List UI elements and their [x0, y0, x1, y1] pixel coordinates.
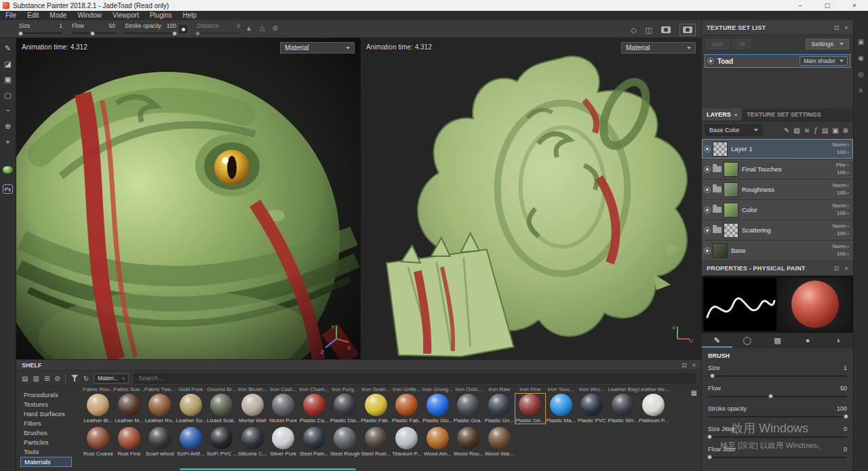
slider-handle[interactable]: [195, 31, 200, 36]
material-tile-wood-rou[interactable]: Wood Rou...: [453, 426, 484, 457]
minimize-button[interactable]: –: [787, 0, 814, 11]
menu-plugins[interactable]: Plugins: [144, 11, 178, 20]
shelf-category-textures[interactable]: Textures: [20, 400, 72, 409]
slider-track[interactable]: [708, 434, 847, 441]
solo-button[interactable]: Solo: [706, 39, 730, 49]
history-icon[interactable]: ≡: [859, 87, 863, 94]
clone-tool-icon[interactable]: ⊕: [2, 121, 14, 131]
undock-icon[interactable]: [682, 362, 687, 369]
material-tile-leather-ro[interactable]: Leather Ro...: [144, 393, 176, 424]
maximize-button[interactable]: ▢: [814, 0, 841, 11]
blend-mode-select[interactable]: Norm: [833, 223, 849, 230]
viewer-settings-icon[interactable]: ◎: [858, 70, 864, 78]
perspective-toggle-icon[interactable]: [631, 26, 636, 35]
blend-mode-select[interactable]: Norm: [833, 142, 849, 148]
refresh-icon[interactable]: [83, 375, 89, 382]
material-tile-scarf-whool[interactable]: Scarf whool: [144, 426, 176, 457]
material-tile-leather-so[interactable]: Leather So...: [176, 393, 207, 424]
slider-track[interactable]: [708, 414, 847, 420]
slider-handle[interactable]: [707, 455, 712, 459]
material-tile-plastic-fab[interactable]: Plastic Fab...: [361, 393, 392, 424]
menu-file[interactable]: File: [0, 11, 22, 20]
tab-layers[interactable]: LAYERS: [702, 108, 742, 121]
symmetry-off-icon[interactable]: [273, 24, 278, 32]
projection-tool-icon[interactable]: ▣: [2, 75, 14, 85]
display-settings-icon[interactable]: ▣: [858, 38, 864, 45]
menu-window[interactable]: Window: [72, 11, 107, 20]
material-tile-mortar-wall[interactable]: Mortar Wall: [237, 393, 269, 424]
visibility-toggle[interactable]: [704, 146, 711, 152]
material-tile-scifi-pvc[interactable]: SciFi PVC ...: [206, 426, 237, 457]
blend-mode-select[interactable]: Norm: [833, 182, 849, 189]
slider-handle[interactable]: [710, 373, 715, 378]
layer-row-layer-1[interactable]: Layer 1Norm100: [702, 139, 853, 159]
undock-icon[interactable]: [834, 265, 840, 272]
slider-handle[interactable]: [844, 414, 848, 419]
all-button[interactable]: All: [732, 39, 751, 49]
slider-track[interactable]: [708, 455, 847, 461]
shader-settings-icon[interactable]: ◉: [858, 54, 864, 62]
material-tile-nickel-pure[interactable]: Nickel Pure: [268, 393, 299, 424]
add-folder-icon[interactable]: ▣: [832, 127, 838, 134]
add-effect-icon[interactable]: ✎: [784, 127, 789, 134]
opacity-select[interactable]: 100: [837, 190, 849, 197]
viewport-3d[interactable]: Animation time: 4.312 Material Y X Z: [16, 38, 360, 359]
settings-button[interactable]: Settings: [806, 39, 849, 49]
opacity-select[interactable]: 100: [837, 230, 849, 237]
stencil-properties-icon[interactable]: ▩: [762, 333, 793, 348]
material-tile-plastic-gri[interactable]: Plastic Gri...: [515, 393, 546, 424]
material-tile-plastic-glo[interactable]: Plastic Glo...: [422, 393, 454, 424]
add-resources-icon[interactable]: ▥: [33, 375, 39, 382]
slider-handle[interactable]: [768, 394, 773, 398]
distance-control[interactable]: Distance 8: [197, 22, 240, 37]
slider-track[interactable]: [708, 394, 847, 400]
material-tile-platinum-p[interactable]: Platinum P...: [638, 393, 669, 424]
material-properties-icon[interactable]: ●: [793, 333, 823, 348]
add-fill-layer-icon[interactable]: ▤: [822, 127, 828, 134]
menu-edit[interactable]: Edit: [22, 11, 44, 20]
slider-handle[interactable]: [707, 434, 712, 439]
texture-set-radio[interactable]: [707, 58, 714, 64]
filter-tag[interactable]: Materi...: [94, 373, 129, 384]
material-tile-plastic-ca[interactable]: Plastic Ca...: [299, 393, 330, 424]
alpha-properties-icon[interactable]: ◯: [732, 333, 763, 348]
opacity-select[interactable]: 100: [837, 251, 849, 258]
remove-filter-icon[interactable]: [122, 375, 125, 382]
visibility-toggle[interactable]: [704, 166, 711, 173]
material-tile-scifi-artif[interactable]: SciFi Artif...: [176, 426, 207, 457]
symmetry-on-icon[interactable]: [245, 24, 252, 32]
material-tile-plastic-stri[interactable]: Plastic Stri...: [608, 393, 639, 424]
material-tile-wood-wal[interactable]: Wood Wal...: [484, 426, 515, 457]
blend-mode-select[interactable]: Norm: [833, 203, 849, 209]
add-mask-icon[interactable]: ▧: [793, 127, 800, 134]
layer-row-color[interactable]: ColorNorm100: [702, 200, 853, 220]
shelf-category-filters[interactable]: Filters: [20, 419, 72, 428]
material-tile-rust-coarse[interactable]: Rust Coarse: [83, 426, 114, 457]
brush-slider-stroke-opacity[interactable]: Stroke opacity100: [708, 405, 847, 420]
add-filter-icon[interactable]: ≋: [804, 127, 810, 134]
close-icon[interactable]: [692, 362, 696, 369]
material-tile-silicone-c[interactable]: Silicone C...: [237, 426, 269, 457]
blend-mode-select[interactable]: Pthr: [836, 162, 849, 169]
add-generator-icon[interactable]: ƒ: [814, 127, 818, 134]
material-tile-plastic-gri[interactable]: Plastic Gri...: [484, 393, 515, 424]
shading-mode-dropdown[interactable]: Material: [280, 42, 355, 54]
screenshot-button[interactable]: [679, 24, 696, 36]
filter-icon[interactable]: [71, 374, 79, 382]
layer-row-final-touches[interactable]: Final TouchesPthr100: [702, 159, 853, 180]
polygon-fill-tool-icon[interactable]: ▢: [2, 90, 14, 100]
opacity-select[interactable]: 100: [837, 149, 849, 156]
horizontal-scrollbar[interactable]: [180, 468, 356, 470]
shelf-folder-icon[interactable]: ▤: [22, 375, 28, 382]
toolbar-slider-flow[interactable]: Flow50: [72, 22, 115, 37]
material-tile-plastic-fab[interactable]: Plastic Fab...: [391, 393, 422, 424]
brush-slider-flow[interactable]: Flow50: [708, 385, 847, 400]
import-resources-icon[interactable]: ⊞: [44, 375, 50, 382]
layer-row-scattering[interactable]: ScatteringNorm100: [702, 220, 853, 241]
material-tile-wood-am[interactable]: Wood Am...: [422, 426, 454, 457]
eraser-tool-icon[interactable]: ◪: [2, 59, 14, 69]
delete-layer-icon[interactable]: ⊗: [843, 127, 848, 134]
search-input[interactable]: [134, 373, 696, 384]
shelf-category-hard-surfaces[interactable]: Hard Surfaces: [20, 409, 72, 418]
slider-track[interactable]: [72, 30, 115, 37]
